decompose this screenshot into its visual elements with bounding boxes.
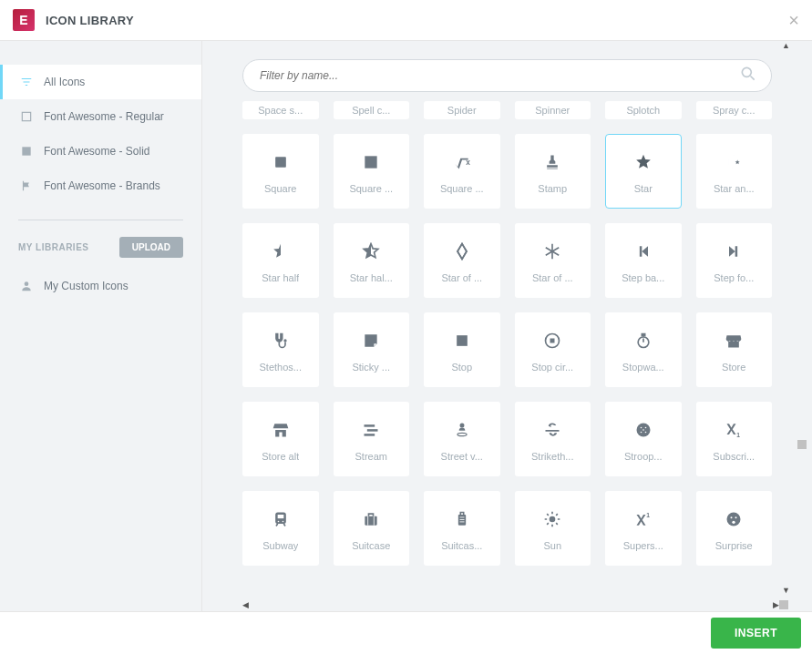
icon-label: Splotch: [626, 105, 660, 119]
store-alt-icon: [272, 416, 290, 444]
icon-label: Store alt: [262, 451, 299, 462]
icon-card-stopwatch[interactable]: Stopwa...: [605, 312, 682, 387]
icon-card-partial[interactable]: Spell c...: [334, 101, 410, 119]
icon-card-sun[interactable]: Sun: [515, 491, 591, 566]
stethoscope-icon: [272, 327, 290, 354]
h-scroll-thumb[interactable]: [779, 600, 788, 609]
icon-card-star[interactable]: Star: [605, 134, 682, 209]
icon-card-partial[interactable]: Spray c...: [696, 101, 773, 119]
icon-card-partial[interactable]: Space s...: [242, 101, 319, 119]
icon-card-partial[interactable]: Spinner: [515, 101, 591, 119]
icon-label: Stream: [355, 451, 387, 462]
icon-label: Striketh...: [531, 451, 573, 462]
icon-card-subway[interactable]: Subway: [242, 491, 319, 566]
stamp-icon: [543, 148, 561, 176]
icon-label: Stamp: [538, 183, 567, 194]
icon-label: Sun: [543, 540, 561, 551]
close-icon[interactable]: ×: [788, 10, 799, 31]
app-logo: [13, 9, 35, 31]
user-icon: [18, 280, 35, 292]
icon-card-step-back[interactable]: Step ba...: [605, 223, 682, 298]
icon-card-star-half-o[interactable]: Star hal...: [334, 223, 410, 298]
scroll-thumb[interactable]: [797, 440, 807, 449]
surprise-icon: [725, 506, 743, 533]
icon-card-stamp[interactable]: Stamp: [515, 134, 591, 209]
icon-card-star-crescent[interactable]: Star an...: [696, 134, 773, 209]
icon-label: Stopwa...: [622, 362, 664, 373]
sidebar-item-fa-regular[interactable]: Font Awesome - Regular: [0, 99, 201, 134]
sidebar-item-label: My Custom Icons: [44, 280, 128, 292]
sidebar-item-label: Font Awesome - Solid: [44, 145, 150, 158]
icon-label: Step fo...: [714, 272, 754, 283]
modal-footer: INSERT: [0, 611, 812, 654]
icon-card-star-david[interactable]: Star of ...: [424, 223, 500, 298]
icon-card-stream[interactable]: Stream: [334, 402, 410, 476]
sidebar-item-custom-icons[interactable]: My Custom Icons: [0, 269, 201, 303]
icon-card-strike[interactable]: Striketh...: [515, 402, 591, 476]
upload-button[interactable]: UPLOAD: [119, 237, 183, 258]
icon-card-store-alt[interactable]: Store alt: [242, 402, 319, 476]
square-root-icon: [453, 148, 471, 176]
icon-label: Star of ...: [441, 272, 482, 283]
strike-icon: [543, 416, 561, 444]
icon-label: Star an...: [714, 183, 755, 194]
icon-card-stroop[interactable]: Stroop...: [605, 402, 682, 476]
icon-card-sticky[interactable]: Sticky ...: [334, 312, 410, 387]
icon-card-stop-circle[interactable]: Stop cir...: [515, 312, 591, 387]
icon-card-store[interactable]: Store: [696, 312, 773, 387]
icon-label: Step ba...: [622, 272, 664, 283]
sidebar-item-label: Font Awesome - Regular: [44, 110, 164, 123]
scroll-right-arrow[interactable]: ▶: [773, 600, 779, 609]
icon-card-stop[interactable]: Stop: [424, 312, 500, 387]
icon-card-square-root[interactable]: Square ...: [424, 134, 500, 209]
icon-card-surprise[interactable]: Surprise: [696, 491, 773, 566]
icon-label: Supers...: [623, 540, 663, 551]
icon-label: Stop cir...: [531, 362, 573, 373]
insert-button[interactable]: INSERT: [711, 618, 801, 649]
icon-card-partial[interactable]: Splotch: [605, 101, 682, 119]
icon-card-partial[interactable]: Spider: [424, 101, 500, 119]
scroll-up-arrow[interactable]: ▲: [782, 41, 790, 50]
search-icon: [739, 65, 757, 87]
icon-label: Subscri...: [713, 451, 755, 462]
icon-card-superscript[interactable]: Supers...: [605, 491, 682, 566]
icon-label: Subway: [262, 540, 298, 551]
icon-card-square-full[interactable]: Square ...: [334, 134, 410, 209]
sidebar-item-fa-brands[interactable]: Font Awesome - Brands: [0, 169, 201, 203]
divider: [18, 220, 183, 220]
step-back-icon: [634, 238, 653, 265]
icon-card-star-half[interactable]: Star half: [242, 223, 319, 298]
icon-card-stethoscope[interactable]: Stethos...: [242, 312, 319, 387]
sidebar-item-fa-solid[interactable]: Font Awesome - Solid: [0, 134, 201, 169]
star-crescent-icon: [725, 148, 743, 176]
icon-card-suitcase-roll[interactable]: Suitcas...: [424, 491, 500, 566]
icon-card-square[interactable]: Square: [242, 134, 319, 209]
icon-label: Surprise: [715, 540, 753, 551]
main-panel: Space s...Spell c...SpiderSpinnerSplotch…: [202, 41, 812, 611]
square-full-icon: [362, 148, 380, 176]
icon-label: Store: [722, 362, 745, 373]
scroll-down-arrow[interactable]: ▼: [782, 586, 790, 595]
vertical-scrollbar[interactable]: [797, 150, 807, 575]
search-input[interactable]: [242, 59, 772, 92]
filter-icon: [18, 76, 35, 88]
horizontal-scrollbar[interactable]: ◀ ▶: [242, 598, 794, 611]
icon-card-street[interactable]: Street v...: [424, 402, 500, 476]
icon-card-subscript[interactable]: Subscri...: [696, 402, 773, 476]
icon-card-step-forward[interactable]: Step fo...: [696, 223, 773, 298]
scroll-left-arrow[interactable]: ◀: [242, 600, 249, 609]
icon-label: Spinner: [535, 105, 570, 119]
sidebar-section-label: MY LIBRARIES: [18, 242, 89, 252]
sidebar: All Icons Font Awesome - Regular Font Aw…: [0, 41, 202, 611]
icon-label: Square: [264, 183, 296, 194]
icon-label: Stethos...: [260, 362, 302, 373]
stop-circle-icon: [543, 327, 561, 354]
square-outline-icon: [18, 110, 35, 123]
star-half-icon: [272, 238, 290, 265]
icon-card-suitcase[interactable]: Suitcase: [334, 491, 410, 566]
sidebar-item-all-icons[interactable]: All Icons: [0, 65, 201, 99]
icon-label: Square ...: [349, 183, 393, 194]
icon-label: Square ...: [440, 183, 484, 194]
icon-card-star-life[interactable]: Star of ...: [515, 223, 591, 298]
stopwatch-icon: [634, 327, 653, 354]
